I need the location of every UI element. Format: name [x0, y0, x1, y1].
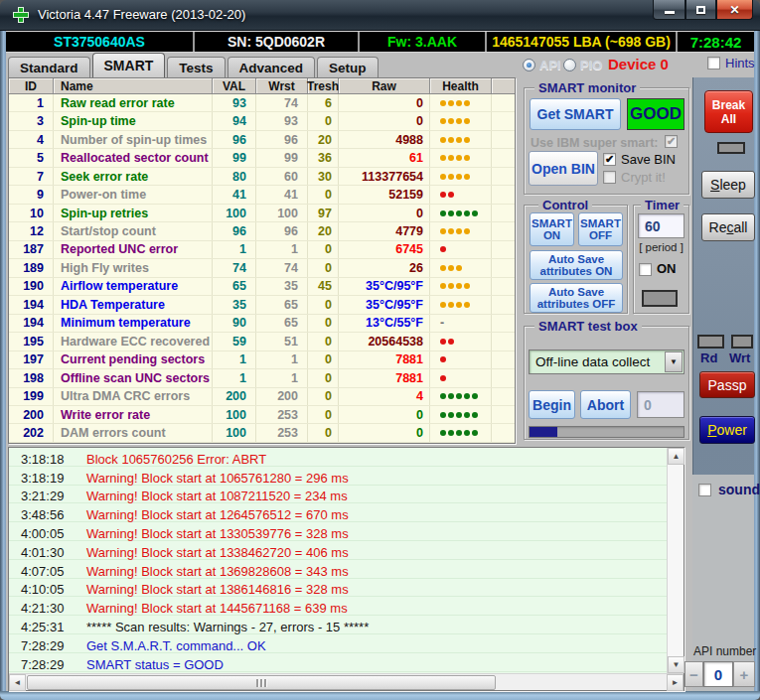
table-row[interactable]: 199Ultra DMA CRC errors20020004 [9, 388, 515, 406]
maximize-button[interactable] [685, 0, 716, 20]
cell-extra [492, 259, 515, 276]
cell-val: 96 [213, 131, 256, 148]
timer-on-checkbox[interactable] [639, 263, 652, 276]
begin-button[interactable]: Begin [529, 390, 575, 419]
get-smart-button[interactable]: Get SMART [530, 98, 621, 130]
crypt-checkbox[interactable] [603, 171, 616, 184]
cell-raw: 61 [339, 149, 430, 166]
open-bin-button[interactable]: Open BIN [529, 151, 598, 186]
break-all-button[interactable]: Break All [704, 90, 753, 133]
api-number-decrement[interactable]: − [684, 661, 703, 687]
column-header-val[interactable]: VAL [213, 78, 256, 93]
recall-button[interactable]: Recall [701, 213, 755, 241]
table-row[interactable]: 9Power-on time4141052159 [9, 186, 515, 204]
table-row[interactable]: 197Current pending sectors1107881 [9, 351, 515, 369]
titlebar[interactable]: Victoria 4.47 Freeware (2013-02-20) ✕ [0, 0, 760, 31]
log-time: 4:07:05 [9, 564, 71, 579]
column-header-health[interactable]: Health [430, 78, 492, 93]
log-line: 7:28:29Get S.M.A.R.T. command... OK [9, 636, 667, 655]
table-row[interactable]: 3Spin-up time949300 [9, 112, 515, 130]
abort-button[interactable]: Abort [580, 390, 631, 419]
log-area[interactable]: 3:18:18Block 1065760256 Error: ABRT3:18:… [8, 447, 684, 691]
column-header-name[interactable]: Name [54, 78, 213, 93]
scroll-up-icon[interactable]: ▲ [668, 448, 684, 465]
sound-checkbox[interactable] [698, 484, 711, 496]
table-row[interactable]: 10Spin-up retries100100970 [9, 205, 515, 222]
log-message: Warning! Block start at 1386146816 = 328… [71, 582, 349, 597]
tab-strip: Standard SMART Tests Advanced Setup [8, 54, 380, 77]
table-row[interactable]: 187Reported UNC error1106745 [9, 241, 515, 259]
table-row[interactable]: 194Minimum temperature9065013°C/55°F- [9, 315, 515, 333]
tab-standard[interactable]: Standard [8, 57, 90, 77]
cell-tresh: 0 [308, 406, 339, 423]
read-led [697, 335, 724, 349]
table-row[interactable]: 7Seek error rate806030113377654 [9, 168, 515, 186]
api-number-increment[interactable]: + [733, 661, 755, 687]
table-row[interactable]: 195Hardware ECC recovered5951020564538 [9, 333, 515, 350]
health-dot-icon [440, 100, 446, 106]
scroll-down-icon[interactable]: ▼ [668, 656, 684, 673]
table-row[interactable]: 202DAM errors count10025300 [9, 424, 515, 442]
smart-on-button[interactable]: SMARTON [530, 212, 574, 246]
hints-checkbox[interactable] [707, 57, 720, 70]
health-dot-icon [440, 137, 446, 143]
smart-off-button[interactable]: SMARTOFF [578, 212, 623, 246]
column-header-raw[interactable]: Raw [339, 78, 430, 93]
table-row[interactable]: 194HDA Temperature3565035°C/95°F [9, 296, 515, 314]
cell-tresh: 45 [308, 278, 339, 295]
table-row[interactable]: 200Write error rate10025300 [9, 406, 515, 424]
tab-smart[interactable]: SMART [92, 53, 166, 77]
test-counter-input[interactable]: 0 [637, 391, 684, 418]
power-button[interactable]: Power [699, 416, 755, 444]
table-row[interactable]: 4Number of spin-up times9696204988 [9, 131, 515, 149]
tab-advanced[interactable]: Advanced [228, 57, 316, 77]
health-dot-icon [448, 283, 454, 289]
health-dot-icon [456, 265, 462, 271]
column-header-wrst[interactable]: Wrst [256, 78, 308, 93]
scroll-left-icon[interactable]: ◄ [9, 674, 26, 691]
cell-wrst: 41 [256, 186, 308, 203]
autosave-off-button[interactable]: Auto Saveattributes OFF [530, 283, 623, 313]
table-row[interactable]: 5Reallocated sector count99993661 [9, 149, 515, 167]
chevron-down-icon[interactable]: ▼ [665, 351, 683, 372]
passp-button[interactable]: Passp [699, 371, 755, 398]
cell-extra [492, 205, 515, 221]
tab-setup[interactable]: Setup [317, 57, 379, 77]
save-bin-checkbox[interactable]: ✔ [603, 153, 616, 166]
table-row[interactable]: 189High Fly writes7474026 [9, 259, 515, 277]
health-dot-icon [440, 192, 446, 198]
timer-led [642, 290, 678, 307]
table-row[interactable]: 198Offline scan UNC sectors1107881 [9, 369, 515, 387]
cell-health [430, 149, 492, 166]
health-dot-icon [464, 302, 470, 308]
health-dot-icon [464, 155, 470, 161]
autosave-on-button[interactable]: Auto Saveattributes ON [530, 250, 623, 280]
pio-radio[interactable] [563, 59, 576, 71]
timer-period-input[interactable]: 60 [638, 213, 684, 238]
write-led-label: Wrt [729, 350, 750, 365]
cell-health [430, 369, 492, 386]
cell-extra [492, 241, 515, 258]
log-horizontal-scrollbar[interactable]: ◄ ► [9, 673, 684, 690]
health-dot-icon [440, 356, 446, 362]
minimize-button[interactable] [653, 0, 685, 20]
sleep-button[interactable]: Sleep [701, 171, 755, 199]
cell-val: 100 [213, 424, 256, 441]
log-vertical-scrollbar[interactable]: ▲ ▼ [667, 448, 684, 673]
tab-tests[interactable]: Tests [167, 57, 225, 77]
table-row[interactable]: 190Airflow temperature65354535°C/95°F [9, 278, 515, 296]
table-row[interactable]: 12Start/stop count9696204779 [9, 222, 515, 240]
ibm-smart-checkbox[interactable]: ✔ [665, 135, 678, 148]
scroll-right-icon[interactable]: ► [667, 674, 684, 691]
cell-extra [492, 94, 515, 111]
scrollbar-thumb[interactable] [27, 675, 496, 690]
health-dot-icon [448, 192, 454, 198]
api-number-value[interactable]: 0 [703, 661, 733, 687]
close-button[interactable]: ✕ [716, 0, 753, 20]
test-type-dropdown[interactable]: Off-line data collect ▼ [529, 350, 684, 374]
column-header-tresh[interactable]: Tresh [308, 78, 339, 93]
table-row[interactable]: 1Raw read error rate937460 [9, 94, 515, 112]
column-header-id[interactable]: ID [9, 78, 54, 93]
cell-health [430, 406, 492, 423]
api-radio[interactable] [523, 59, 535, 71]
